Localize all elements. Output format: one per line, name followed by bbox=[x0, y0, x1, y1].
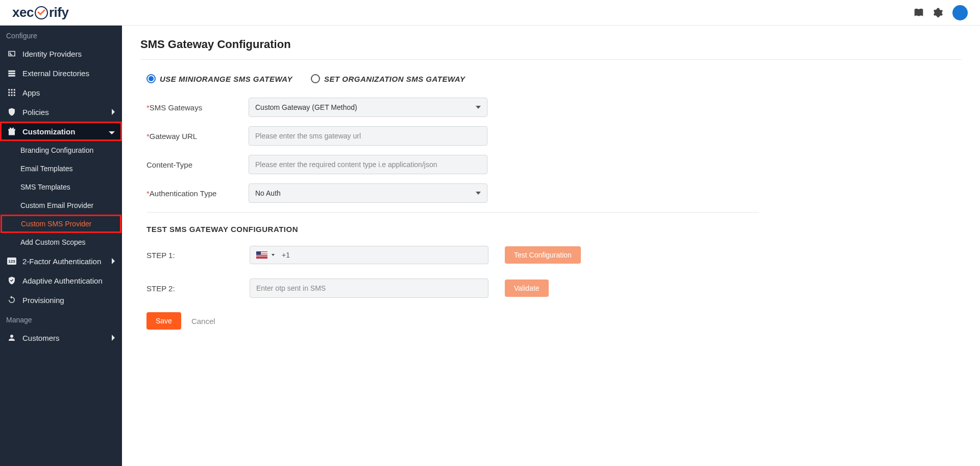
save-button[interactable]: Save bbox=[146, 312, 181, 330]
sidebar-sub-custom-email-provider[interactable]: Custom Email Provider bbox=[0, 196, 122, 215]
sidebar-item-2fa[interactable]: 123 2-Factor Authentication bbox=[0, 251, 122, 271]
step-label: STEP 2: bbox=[146, 284, 233, 293]
sidebar-item-provisioning[interactable]: Provisioning bbox=[0, 290, 122, 310]
sidebar-item-label: Identity Providers bbox=[22, 50, 82, 58]
form-row-sms-gateways: *SMS Gateways Custom Gateway (GET Method… bbox=[146, 98, 759, 117]
test-row-step2: STEP 2: Validate bbox=[146, 278, 759, 298]
sidebar-item-label: Policies bbox=[22, 108, 49, 116]
list-icon bbox=[7, 68, 16, 78]
divider bbox=[140, 59, 962, 60]
topbar-right bbox=[914, 5, 968, 20]
sidebar-item-apps[interactable]: Apps bbox=[0, 83, 122, 102]
sms-gateways-select[interactable]: Custom Gateway (GET Method) bbox=[249, 98, 487, 117]
radio-row: USE MINIORANGE SMS GATEWAY SET ORGANIZAT… bbox=[146, 74, 962, 83]
sidebar-item-label: Adaptive Authentication bbox=[22, 276, 103, 285]
sidebar-item-policies[interactable]: Policies bbox=[0, 102, 122, 122]
form-row-auth-type: *Authentication Type No Auth bbox=[146, 183, 759, 203]
chevron-down-icon bbox=[109, 127, 115, 136]
shield-check-icon bbox=[7, 276, 16, 285]
test-row-step1: STEP 1: +1 Test Configuration bbox=[146, 246, 759, 264]
sidebar-item-label: 2-Factor Authentication bbox=[22, 257, 101, 266]
step-label: STEP 1: bbox=[146, 251, 233, 260]
section-header-configure: Configure bbox=[0, 26, 122, 44]
logo: xec rify bbox=[12, 5, 68, 20]
radio-icon bbox=[311, 74, 320, 83]
section-header-manage: Manage bbox=[0, 310, 122, 328]
form-area: *SMS Gateways Custom Gateway (GET Method… bbox=[146, 98, 759, 330]
sidebar-item-label: Customization bbox=[22, 127, 75, 136]
sync-icon bbox=[7, 295, 16, 305]
sidebar-item-label: Apps bbox=[22, 88, 40, 97]
form-row-gateway-url: *Gateway URL bbox=[146, 126, 759, 146]
sidebar-item-external-directories[interactable]: External Directories bbox=[0, 63, 122, 83]
form-label: *Gateway URL bbox=[146, 132, 249, 141]
sidebar-sub-branding[interactable]: Branding Configuration bbox=[0, 141, 122, 159]
topbar: xec rify bbox=[0, 0, 980, 26]
logo-text-1: xec bbox=[12, 5, 34, 20]
otp-input[interactable] bbox=[250, 278, 488, 298]
shield-icon bbox=[7, 107, 16, 116]
sidebar-sub-add-custom-scopes[interactable]: Add Custom Scopes bbox=[0, 233, 122, 251]
form-label: Content-Type bbox=[146, 160, 249, 169]
form-label: *SMS Gateways bbox=[146, 103, 249, 112]
radio-icon bbox=[146, 74, 156, 83]
sidebar-item-customization[interactable]: Customization bbox=[0, 122, 122, 141]
phone-input[interactable]: +1 bbox=[250, 246, 488, 264]
id-card-icon bbox=[7, 49, 16, 58]
sidebar-item-identity-providers[interactable]: Identity Providers bbox=[0, 44, 122, 63]
chevron-down-icon bbox=[272, 254, 275, 256]
avatar[interactable] bbox=[952, 5, 968, 20]
gateway-url-input[interactable] bbox=[249, 126, 487, 146]
sidebar-sub-custom-sms-provider[interactable]: Custom SMS Provider bbox=[1, 215, 121, 233]
sidebar-item-label: External Directories bbox=[22, 69, 89, 78]
validate-button[interactable]: Validate bbox=[505, 279, 549, 297]
divider bbox=[146, 212, 759, 213]
test-configuration-button[interactable]: Test Configuration bbox=[505, 246, 581, 264]
sidebar-sub-sms-templates[interactable]: SMS Templates bbox=[0, 178, 122, 196]
auth-type-select[interactable]: No Auth bbox=[249, 183, 487, 203]
layout: Configure Identity Providers External Di… bbox=[0, 26, 980, 466]
sidebar-item-customers[interactable]: Customers bbox=[0, 328, 122, 347]
code-icon: 123 bbox=[7, 257, 16, 266]
form-row-content-type: Content-Type bbox=[146, 155, 759, 174]
sidebar-item-adaptive-auth[interactable]: Adaptive Authentication bbox=[0, 271, 122, 290]
radio-label: SET ORGANIZATION SMS GATEWAY bbox=[324, 75, 465, 83]
chevron-right-icon bbox=[111, 108, 115, 116]
sidebar-item-label: Customers bbox=[22, 334, 60, 342]
gift-icon bbox=[7, 127, 16, 136]
gear-icon[interactable] bbox=[933, 8, 943, 18]
radio-label: USE MINIORANGE SMS GATEWAY bbox=[160, 75, 292, 83]
book-icon[interactable] bbox=[914, 8, 924, 18]
dial-code: +1 bbox=[282, 251, 290, 259]
radio-use-miniorange[interactable]: USE MINIORANGE SMS GATEWAY bbox=[146, 74, 292, 83]
sidebar-sub-email-templates[interactable]: Email Templates bbox=[0, 159, 122, 178]
content-type-input[interactable] bbox=[249, 155, 487, 174]
test-section-heading: TEST SMS GATEWAY CONFIGURATION bbox=[146, 225, 759, 234]
flag-icon bbox=[256, 251, 267, 259]
grid-icon bbox=[7, 88, 16, 97]
logo-text-2: rify bbox=[49, 5, 68, 20]
form-label: *Authentication Type bbox=[146, 189, 249, 198]
page-title: SMS Gateway Configuration bbox=[140, 38, 962, 51]
sidebar: Configure Identity Providers External Di… bbox=[0, 26, 122, 466]
content: SMS Gateway Configuration USE MINIORANGE… bbox=[122, 26, 980, 466]
sidebar-item-label: Provisioning bbox=[22, 296, 64, 305]
radio-set-organization[interactable]: SET ORGANIZATION SMS GATEWAY bbox=[311, 74, 465, 83]
chevron-right-icon bbox=[111, 334, 115, 342]
actions: Save Cancel bbox=[146, 312, 759, 330]
chevron-right-icon bbox=[111, 257, 115, 266]
svg-text:123: 123 bbox=[8, 259, 15, 264]
person-icon bbox=[7, 333, 16, 342]
cancel-button[interactable]: Cancel bbox=[191, 317, 215, 325]
logo-shield-icon bbox=[35, 6, 48, 19]
